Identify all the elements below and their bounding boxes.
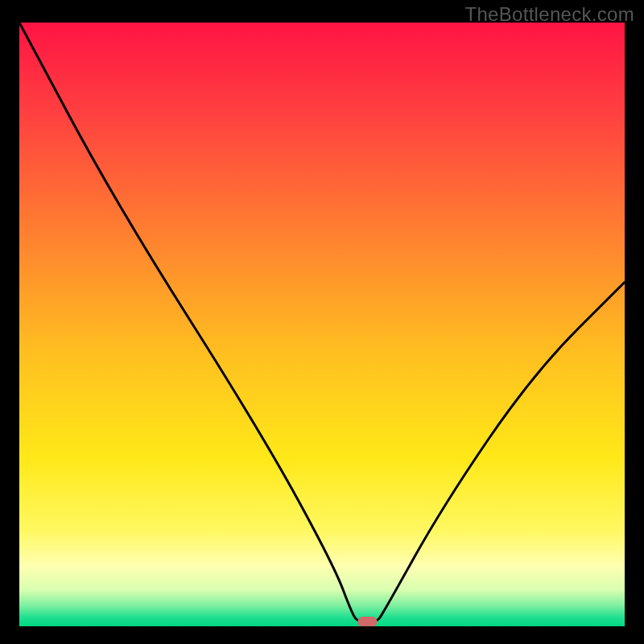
bottleneck-chart <box>19 23 625 626</box>
gradient-background <box>19 23 625 626</box>
chart-frame: TheBottleneck.com <box>0 0 644 644</box>
watermark-text: TheBottleneck.com <box>464 3 634 26</box>
optimal-marker <box>357 617 377 626</box>
plot-area <box>19 23 625 626</box>
